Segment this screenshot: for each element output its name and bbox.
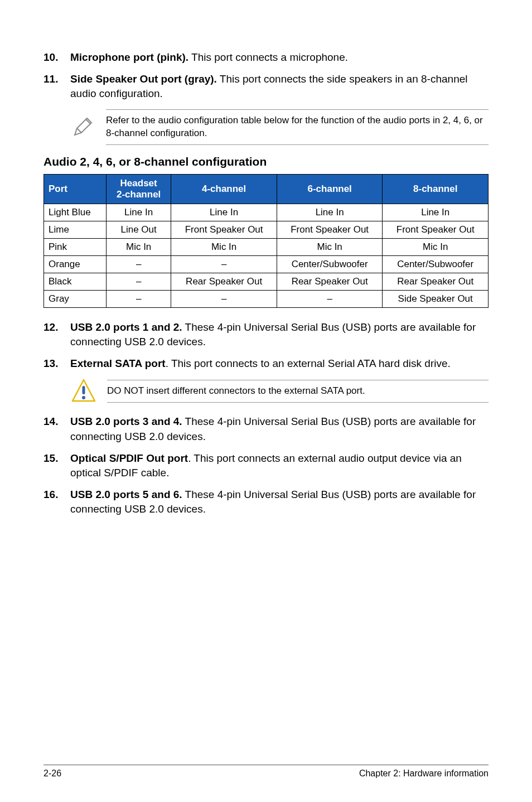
table-header-row: Port Headset 2-channel 4-channel 6-chann… (44, 174, 489, 204)
chapter-label: Chapter 2: Hardware information (359, 769, 489, 779)
item-number: 13. (43, 356, 70, 371)
table-row: Orange – – Center/Subwoofer Center/Subwo… (44, 255, 489, 273)
item-number: 14. (43, 414, 70, 444)
table-cell: Front Speaker Out (171, 221, 277, 238)
table-cell: Line In (171, 204, 277, 221)
table-cell: Line In (383, 204, 489, 221)
svg-rect-2 (83, 386, 85, 394)
item-content: External SATA port. This port connects t… (70, 356, 489, 371)
svg-line-0 (77, 128, 81, 133)
table-cell: Mic In (106, 238, 171, 255)
header-line1: Headset (120, 178, 157, 189)
item-12: 12. USB 2.0 ports 1 and 2. These 4-pin U… (43, 320, 489, 350)
table-cell: Gray (44, 290, 107, 307)
table-cell: Mic In (171, 238, 277, 255)
table-cell: – (171, 255, 277, 273)
item-number: 16. (43, 487, 70, 517)
table-row: Gray – – – Side Speaker Out (44, 290, 489, 307)
item-11: 11. Side Speaker Out port (gray). This p… (43, 72, 489, 102)
item-10: 10. Microphone port (pink). This port co… (43, 50, 489, 65)
table-cell: – (106, 255, 171, 273)
item-content: Microphone port (pink). This port connec… (70, 50, 489, 65)
note-block: Refer to the audio configuration table b… (70, 109, 489, 145)
item-content: Optical S/PDIF Out port. This port conne… (70, 451, 489, 481)
audio-config-table: Port Headset 2-channel 4-channel 6-chann… (43, 174, 489, 308)
item-text: This port connects a microphone. (188, 51, 348, 63)
table-cell: Black (44, 273, 107, 290)
item-content: USB 2.0 ports 3 and 4. These 4-pin Unive… (70, 414, 489, 444)
item-content: USB 2.0 ports 5 and 6. These 4-pin Unive… (70, 487, 489, 517)
pencil-icon (70, 115, 95, 139)
item-label: USB 2.0 ports 3 and 4. (70, 416, 182, 427)
table-row: Light Blue Line In Line In Line In Line … (44, 204, 489, 221)
table-cell: Center/Subwoofer (383, 255, 489, 273)
table-cell: – (171, 290, 277, 307)
table-cell: Front Speaker Out (277, 221, 383, 238)
svg-point-3 (82, 396, 85, 399)
table-row: Lime Line Out Front Speaker Out Front Sp… (44, 221, 489, 238)
table-cell: Pink (44, 238, 107, 255)
item-text: . This port connects to an external Seri… (166, 357, 451, 369)
section-title: Audio 2, 4, 6, or 8-channel configuratio… (43, 155, 489, 168)
table-cell: Rear Speaker Out (383, 273, 489, 290)
table-cell: Side Speaker Out (383, 290, 489, 307)
table-cell: Orange (44, 255, 107, 273)
item-13: 13. External SATA port. This port connec… (43, 356, 489, 371)
item-number: 15. (43, 451, 70, 481)
table-cell: – (106, 290, 171, 307)
header-line2: 2-channel (117, 189, 161, 200)
item-content: Side Speaker Out port (gray). This port … (70, 72, 489, 102)
page-footer: 2-26 Chapter 2: Hardware information (43, 765, 489, 779)
table-cell: Line Out (106, 221, 171, 238)
item-number: 10. (43, 50, 70, 65)
item-content: USB 2.0 ports 1 and 2. These 4-pin Unive… (70, 320, 489, 350)
page-number: 2-26 (43, 769, 61, 779)
item-14: 14. USB 2.0 ports 3 and 4. These 4-pin U… (43, 414, 489, 444)
item-label: USB 2.0 ports 5 and 6. (70, 489, 182, 500)
table-cell: Light Blue (44, 204, 107, 221)
table-cell: Rear Speaker Out (277, 273, 383, 290)
table-header: Port (44, 174, 107, 204)
table-header: 4-channel (171, 174, 277, 204)
table-cell: Line In (277, 204, 383, 221)
item-label: Side Speaker Out port (gray). (70, 73, 217, 85)
item-label: External SATA port (70, 357, 166, 369)
item-label: Optical S/PDIF Out port (70, 452, 188, 464)
item-15: 15. Optical S/PDIF Out port. This port c… (43, 451, 489, 481)
table-header: Headset 2-channel (106, 174, 171, 204)
item-16: 16. USB 2.0 ports 5 and 6. These 4-pin U… (43, 487, 489, 517)
note-text: Refer to the audio configuration table b… (106, 109, 489, 145)
table-row: Pink Mic In Mic In Mic In Mic In (44, 238, 489, 255)
table-cell: – (277, 290, 383, 307)
table-header: 8-channel (383, 174, 489, 204)
table-cell: – (106, 273, 171, 290)
table-cell: Mic In (277, 238, 383, 255)
warning-triangle-icon (70, 378, 97, 404)
warning-text: DO NOT insert different connectors to th… (107, 380, 489, 403)
table-cell: Mic In (383, 238, 489, 255)
table-header: 6-channel (277, 174, 383, 204)
item-label: Microphone port (pink). (70, 51, 188, 63)
table-cell: Lime (44, 221, 107, 238)
table-cell: Front Speaker Out (383, 221, 489, 238)
table-cell: Line In (106, 204, 171, 221)
table-cell: Rear Speaker Out (171, 273, 277, 290)
warning-block: DO NOT insert different connectors to th… (70, 378, 489, 404)
item-label: USB 2.0 ports 1 and 2. (70, 321, 182, 333)
item-number: 11. (43, 72, 70, 102)
item-number: 12. (43, 320, 70, 350)
table-row: Black – Rear Speaker Out Rear Speaker Ou… (44, 273, 489, 290)
table-cell: Center/Subwoofer (277, 255, 383, 273)
